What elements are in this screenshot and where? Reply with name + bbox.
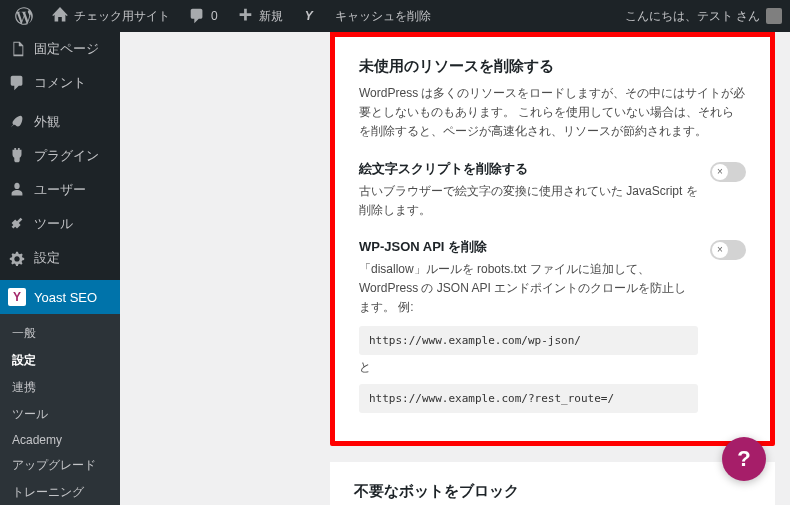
section-title: 未使用のリソースを削除する xyxy=(359,57,746,76)
avatar[interactable] xyxy=(766,8,782,24)
yoast-submenu: 一般 設定 連携 ツール Academy アップグレード トレーニングプレミアム… xyxy=(0,314,120,505)
comments-count: 0 xyxy=(211,9,218,23)
sub-general[interactable]: 一般 xyxy=(0,320,120,347)
section-desc: WordPress は多くのリソースをロードしますが、その中にはサイトが必要とし… xyxy=(359,84,746,142)
tools-icon xyxy=(8,215,26,233)
comments-link[interactable]: 0 xyxy=(181,0,225,32)
home-icon xyxy=(51,7,69,25)
cache-clear[interactable]: キャッシュを削除 xyxy=(328,0,438,32)
menu-yoast-seo[interactable]: Y Yoast SEO xyxy=(0,280,120,314)
menu-tools[interactable]: ツール xyxy=(0,207,120,241)
comments-icon xyxy=(8,74,26,92)
toggle-knob: × xyxy=(712,164,728,180)
help-button[interactable]: ? xyxy=(722,437,766,481)
menu-label: 設定 xyxy=(34,249,60,267)
wp-logo[interactable] xyxy=(8,0,40,32)
block-bots-section: 不要なボットをブロック 多くの Web トラフィックは、Web を巡回するボット… xyxy=(330,462,775,506)
brush-icon xyxy=(8,113,26,131)
field-help: 古いブラウザーで絵文字の変換に使用されていた JavaScript を削除します… xyxy=(359,182,698,220)
menu-users[interactable]: ユーザー xyxy=(0,173,120,207)
menu-appearance[interactable]: 外観 xyxy=(0,105,120,139)
settings-icon xyxy=(8,249,26,267)
new-label: 新規 xyxy=(259,8,283,25)
menu-settings[interactable]: 設定 xyxy=(0,241,120,275)
wordpress-icon xyxy=(15,7,33,25)
menu-label: ユーザー xyxy=(34,181,86,199)
sub-academy[interactable]: Academy xyxy=(0,428,120,452)
admin-sidebar: 固定ページ コメント 外観 プラグイン ユーザー ツール 設定 Y Yoast … xyxy=(0,32,120,505)
menu-plugins[interactable]: プラグイン xyxy=(0,139,120,173)
menu-label: ツール xyxy=(34,215,73,233)
field-label: 絵文字スクリプトを削除する xyxy=(359,160,698,178)
admin-bar: チェック用サイト 0 新規 Y キャッシュを削除 こんにちは、テスト さん xyxy=(0,0,790,32)
menu-label: 固定ページ xyxy=(34,40,99,58)
menu-label: Yoast SEO xyxy=(34,290,97,305)
plugin-icon xyxy=(8,147,26,165)
yoast-adminbar[interactable]: Y xyxy=(294,0,324,32)
plus-icon xyxy=(236,7,254,25)
field-wpjson: WP-JSON API を削除 「disallow」ルールを robots.tx… xyxy=(359,238,746,417)
and-text: と xyxy=(359,359,698,376)
section-title: 不要なボットをブロック xyxy=(354,482,751,501)
menu-comments[interactable]: コメント xyxy=(0,66,120,100)
toggle-knob: × xyxy=(712,242,728,258)
remove-unused-resources-section: 未使用のリソースを削除する WordPress は多くのリソースをロードしますが… xyxy=(330,32,775,446)
menu-label: プラグイン xyxy=(34,147,99,165)
field-label: WP-JSON API を削除 xyxy=(359,238,698,256)
question-icon: ? xyxy=(737,446,750,472)
content-area: 未使用のリソースを削除する WordPress は多くのリソースをロードしますが… xyxy=(120,32,790,505)
users-icon xyxy=(8,181,26,199)
yoast-y-icon: Y xyxy=(301,8,317,24)
yoast-logo-icon: Y xyxy=(8,288,26,306)
field-help: 「disallow」ルールを robots.txt ファイルに追加して、Word… xyxy=(359,260,698,318)
sub-training[interactable]: トレーニングプレミアム xyxy=(0,479,120,505)
pages-icon xyxy=(8,40,26,58)
greeting[interactable]: こんにちは、テスト さん xyxy=(625,8,760,25)
menu-pages[interactable]: 固定ページ xyxy=(0,32,120,66)
toggle-emoji-scripts[interactable]: × xyxy=(710,162,746,182)
site-link[interactable]: チェック用サイト xyxy=(44,0,177,32)
cache-label: キャッシュを削除 xyxy=(335,8,431,25)
field-emoji-scripts: 絵文字スクリプトを削除する 古いブラウザーで絵文字の変換に使用されていた Jav… xyxy=(359,160,746,220)
sub-settings[interactable]: 設定 xyxy=(0,347,120,374)
menu-label: コメント xyxy=(34,74,86,92)
sub-tools[interactable]: ツール xyxy=(0,401,120,428)
code-example-1: https://www.example.com/wp-json/ xyxy=(359,326,698,355)
sub-integrations[interactable]: 連携 xyxy=(0,374,120,401)
sub-upgrade[interactable]: アップグレード xyxy=(0,452,120,479)
toggle-wpjson[interactable]: × xyxy=(710,240,746,260)
new-link[interactable]: 新規 xyxy=(229,0,290,32)
code-example-2: https://www.example.com/?rest_route=/ xyxy=(359,384,698,413)
site-title: チェック用サイト xyxy=(74,8,170,25)
comment-icon xyxy=(188,7,206,25)
menu-label: 外観 xyxy=(34,113,60,131)
